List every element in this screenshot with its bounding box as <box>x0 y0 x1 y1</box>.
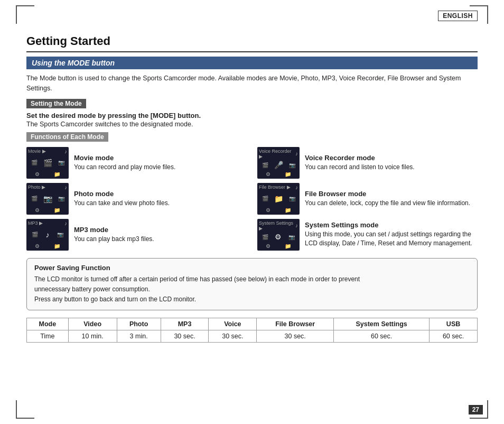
table-header-cell: System Settings <box>334 318 430 330</box>
sub-instruction: The Sports Camcorder switches to the des… <box>26 121 478 128</box>
power-saving-title: Power Saving Function <box>34 264 470 272</box>
language-label: ENGLISH <box>438 11 478 21</box>
table-data-cell: 3 min. <box>117 330 161 343</box>
mode-screen-movie: Movie ▶ ♪ 🎬 🎬 📷 ⚙ 📁 <box>26 147 69 179</box>
table-data-cell: Time <box>27 330 69 343</box>
section-header: Using the MODE button <box>26 57 478 69</box>
mode-desc-photo: Photo modeYou can take and view photo fi… <box>74 190 247 208</box>
mode-desc-text-photo: You can take and view photo files. <box>74 199 247 208</box>
table-data-cell: 60 sec. <box>334 330 430 343</box>
mode-screen-photo: Photo ▶ ♪ 🎬 📷 📷 ⚙ 📁 <box>26 183 69 215</box>
mode-desc-voice-recorder: Voice Recorder modeYou can record and li… <box>305 154 478 172</box>
mode-name-voice-recorder: Voice Recorder mode <box>305 154 478 162</box>
table-data-cell: 30 sec. <box>161 330 209 343</box>
modes-grid: Movie ▶ ♪ 🎬 🎬 📷 ⚙ 📁 Movie modeYou can re… <box>26 147 478 251</box>
table-data-cell: 30 sec. <box>257 330 334 343</box>
title-divider <box>26 51 478 52</box>
time-table: ModeVideoPhotoMP3VoiceFile BrowserSystem… <box>26 318 478 343</box>
mode-desc-text-movie: You can record and play movie files. <box>74 163 247 172</box>
mode-desc-text-system-settings: Using this mode, you can set / adjust se… <box>305 230 478 248</box>
page-number: 27 <box>469 405 483 414</box>
table-header-cell: Voice <box>209 318 257 330</box>
mode-desc-text-file-browser: You can delete, lock, copy the file and … <box>305 199 478 208</box>
power-saving-box: Power Saving Function The LCD monitor is… <box>26 258 478 311</box>
table-header-cell: USB <box>430 318 478 330</box>
mode-item-voice-recorder: Voice Recorder ▶ ♪ 🎬 🎤 📷 ⚙ 📁 Voice Recor… <box>257 147 478 179</box>
mode-name-movie: Movie mode <box>74 154 247 162</box>
table-data-cell: 10 min. <box>68 330 117 343</box>
table-header-cell: Photo <box>117 318 161 330</box>
mode-name-mp3: MP3 mode <box>74 226 247 234</box>
intro-text: The Mode button is used to change the Sp… <box>26 73 478 94</box>
table-data-cell: 60 sec. <box>430 330 478 343</box>
page-title: Getting Started <box>26 34 478 48</box>
mode-desc-mp3: MP3 modeYou can play back mp3 files. <box>74 226 247 244</box>
mode-desc-text-mp3: You can play back mp3 files. <box>74 235 247 244</box>
mode-desc-movie: Movie modeYou can record and play movie … <box>74 154 247 172</box>
table-header-cell: Video <box>68 318 117 330</box>
table-header-cell: Mode <box>27 318 69 330</box>
table-data-cell: 30 sec. <box>209 330 257 343</box>
mode-desc-file-browser: File Browser modeYou can delete, lock, c… <box>305 190 478 208</box>
mode-screen-voice-recorder: Voice Recorder ▶ ♪ 🎬 🎤 📷 ⚙ 📁 <box>257 147 300 179</box>
mode-screen-file-browser: File Browser ▶ ♪ 🎬 📁 📷 ⚙ 📁 <box>257 183 300 215</box>
mode-desc-text-voice-recorder: You can record and listen to voice files… <box>305 163 478 172</box>
functions-badge: Functions of Each Mode <box>26 132 108 142</box>
mode-item-file-browser: File Browser ▶ ♪ 🎬 📁 📷 ⚙ 📁 File Browser … <box>257 183 478 215</box>
mode-name-system-settings: System Settings mode <box>305 221 478 229</box>
mode-screen-mp3: MP3 ▶ ♪ 🎬 ♪ 📷 ⚙ 📁 <box>26 219 69 251</box>
mode-name-photo: Photo mode <box>74 190 247 198</box>
mode-screen-system-settings: System Settings ▶ ♪ 🎬 ⚙ 📷 ⚙ 📁 <box>257 219 300 251</box>
power-saving-text: The LCD monitor is turned off after a ce… <box>34 274 470 305</box>
table-header-cell: File Browser <box>257 318 334 330</box>
mode-item-system-settings: System Settings ▶ ♪ 🎬 ⚙ 📷 ⚙ 📁 System Set… <box>257 219 478 251</box>
mode-item-photo: Photo ▶ ♪ 🎬 📷 📷 ⚙ 📁 Photo modeYou can ta… <box>26 183 247 215</box>
table-header-cell: MP3 <box>161 318 209 330</box>
mode-item-movie: Movie ▶ ♪ 🎬 🎬 📷 ⚙ 📁 Movie modeYou can re… <box>26 147 247 179</box>
mode-desc-system-settings: System Settings modeUsing this mode, you… <box>305 221 478 248</box>
mode-item-mp3: MP3 ▶ ♪ 🎬 ♪ 📷 ⚙ 📁 MP3 modeYou can play b… <box>26 219 247 251</box>
setting-mode-badge: Setting the Mode <box>26 99 86 108</box>
bold-instruction: Set the desired mode by pressing the [MO… <box>26 112 478 119</box>
mode-name-file-browser: File Browser mode <box>305 190 478 198</box>
